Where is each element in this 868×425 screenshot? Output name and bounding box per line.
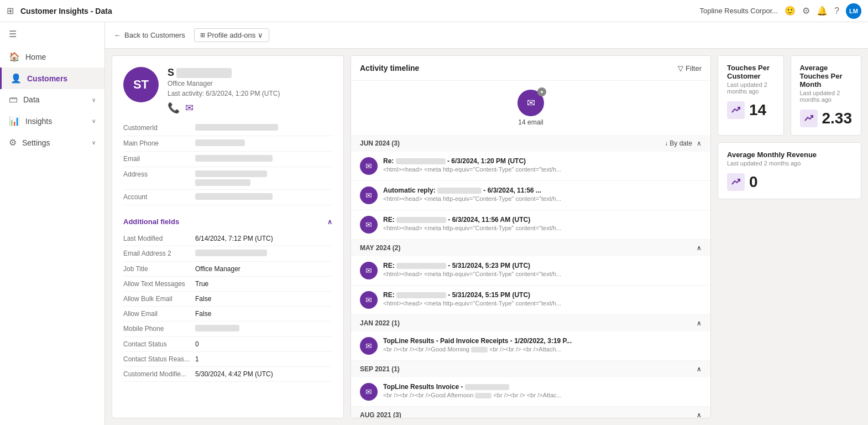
action-bar: ← Back to Customers ⊞ Profile add-ons ∨ (105, 22, 868, 49)
sidebar-label-home: Home (25, 53, 46, 61)
field-label-account: Account (123, 193, 195, 201)
field-label-jobtitle: Job Title (123, 265, 195, 273)
profile-name-blurred (176, 68, 232, 78)
timeline-item-content: RE: - 6/3/2024, 11:56 AM (UTC) <html><he… (383, 216, 702, 231)
metric-subtitle-revenue: Last updated 2 months ago (727, 160, 852, 167)
timeline-item: ✉ TopLine Results - Paid Invoice Receipt… (351, 331, 710, 361)
sidebar-item-home[interactable]: 🏠 Home (0, 46, 104, 68)
data-icon: 🗃 (9, 95, 18, 105)
help-button[interactable]: ? (834, 6, 839, 16)
timeline-item-preview: <br /><br /><br />Good Afternoon <br /><… (383, 392, 702, 398)
group-actions-jun2024: ↓ By date ∧ (665, 139, 702, 147)
back-to-customers-button[interactable]: ← Back to Customers (114, 31, 185, 39)
timeline-item-title: Re: - 6/3/2024, 1:20 PM (UTC) (383, 157, 702, 165)
sort-by-date-button[interactable]: ↓ By date (665, 139, 692, 147)
field-value-email (195, 155, 332, 163)
sidebar-label-data: Data (23, 95, 40, 104)
sidebar-item-insights[interactable]: 📊 Insights ∨ (0, 110, 104, 132)
field-label-allow-bulk-email: Allow Bulk Email (123, 295, 195, 303)
profile-addons-icon: ⊞ (200, 32, 205, 39)
email-count-badge: ● (537, 87, 546, 96)
field-last-modified: Last Modified 6/14/2024, 7:12 PM (UTC) (123, 231, 332, 246)
metric-avg-touches: Average Touches Per Month Last updated 2… (791, 55, 862, 136)
sidebar-label-insights: Insights (25, 117, 52, 126)
profile-addons-button[interactable]: ⊞ Profile add-ons ∨ (194, 28, 269, 42)
group-collapse-may-icon[interactable]: ∧ (697, 244, 702, 252)
timeline-title: Activity timeline (360, 64, 419, 72)
field-mainphone: Main Phone (123, 136, 332, 152)
timeline-item: ✉ RE: - 5/31/2024, 5:23 PM (UTC) <html><… (351, 256, 710, 286)
field-allow-email: Allow Email False (123, 307, 332, 322)
timeline-item-content: Re: - 6/3/2024, 1:20 PM (UTC) <html><hea… (383, 157, 702, 173)
group-collapse-jan-icon[interactable]: ∧ (697, 319, 702, 327)
filter-button[interactable]: ▽ Filter (678, 64, 702, 72)
insights-chevron-icon: ∨ (92, 118, 96, 124)
email-item-icon: ✉ (360, 157, 378, 175)
hamburger-menu[interactable]: ☰ (0, 22, 104, 46)
email-bubble: ✉ ● 14 email (517, 90, 544, 126)
profile-actions: 📞 ✉ (168, 102, 332, 114)
sidebar-label-settings: Settings (22, 138, 50, 147)
field-value-contact-status-reason: 1 (195, 355, 332, 363)
email-item-icon: ✉ (360, 186, 378, 204)
timeline-item-content: TopLine Results - Paid Invoice Receipts … (383, 337, 702, 353)
field-account: Account (123, 190, 332, 205)
timeline-item-title: TopLine Results Invoice - (383, 383, 702, 391)
field-label-customerid: CustomerId (123, 124, 195, 132)
sidebar-item-settings[interactable]: ⚙ Settings ∨ (0, 132, 104, 153)
field-value-address (195, 170, 332, 186)
topbar-right: Topline Results Corpor... 🙂 ⚙ 🔔 ? LM (699, 3, 861, 19)
field-value-allow-text: True (195, 280, 332, 288)
smiley-button[interactable]: 🙂 (785, 6, 796, 16)
email-icon[interactable]: ✉ (185, 102, 194, 114)
field-label-allow-text: Allow Text Messages (123, 280, 195, 288)
additional-fields-toggle[interactable]: Additional fields ∧ (112, 212, 343, 231)
timeline-item-preview: <html><head> <meta http-equiv="Content-T… (383, 166, 702, 173)
bell-icon-button[interactable]: 🔔 (817, 6, 828, 16)
metric-subtitle-touches: Last updated 2 months ago (727, 81, 775, 95)
sidebar-item-customers[interactable]: 👤 Customers (0, 68, 104, 89)
sidebar-item-data[interactable]: 🗃 Data ∨ (0, 89, 104, 110)
back-label: Back to Customers (124, 31, 185, 39)
group-label-aug2021: AUG 2021 (3) (360, 411, 401, 418)
trending-up-icon (727, 101, 745, 119)
profile-addons-label: Profile add-ons (207, 31, 255, 39)
group-collapse-aug-icon[interactable]: ∧ (697, 411, 702, 418)
timeline-item: ✉ TopLine Results Invoice - <br /><br />… (351, 377, 710, 407)
timeline-item-preview: <html><head> <meta http-equiv="Content-T… (383, 300, 702, 307)
timeline-item-preview: <br /><br /><br />Good Morning <br /><br… (383, 346, 702, 353)
timeline-item-title: RE: - 5/31/2024, 5:23 PM (UTC) (383, 262, 702, 269)
group-collapse-icon[interactable]: ∧ (697, 139, 702, 147)
field-value-contact-status: 0 (195, 340, 332, 348)
profile-fields: CustomerId Main Phone Email Address (112, 121, 343, 212)
sidebar-label-customers: Customers (27, 74, 67, 83)
timeline-item-content: Automatic reply: - 6/3/2024, 11:56 ... <… (383, 186, 702, 202)
field-email2: Email Address 2 (123, 246, 332, 262)
user-avatar[interactable]: LM (846, 3, 861, 19)
metric-title-revenue: Average Monthly Revenue (727, 151, 852, 159)
profile-avatar: ST (123, 67, 159, 102)
home-icon: 🏠 (9, 51, 20, 62)
metric-value-row-revenue: 0 (727, 173, 852, 191)
settings-icon: ⚙ (9, 137, 17, 148)
sort-label: By date (670, 139, 692, 147)
metric-avg-revenue: Average Monthly Revenue Last updated 2 m… (718, 142, 861, 199)
group-collapse-sep-icon[interactable]: ∧ (697, 365, 702, 373)
timeline-item-title: Automatic reply: - 6/3/2024, 11:56 ... (383, 186, 702, 194)
settings-icon-button[interactable]: ⚙ (802, 6, 810, 16)
metric-value-touches: 14 (749, 101, 766, 119)
data-chevron-icon: ∨ (92, 97, 96, 103)
email-item-icon: ✉ (360, 216, 378, 234)
main-content: ← Back to Customers ⊞ Profile add-ons ∨ … (105, 22, 868, 425)
topbar: ⊞ Customer Insights - Data Topline Resul… (0, 0, 868, 22)
grid-icon[interactable]: ⊞ (7, 6, 14, 16)
email-label: 14 email (518, 118, 543, 126)
phone-icon[interactable]: 📞 (168, 102, 180, 114)
timeline-header: Activity timeline ▽ Filter (351, 56, 710, 81)
email-circle-icon: ✉ ● (517, 90, 544, 116)
metrics-top-row: Touches Per Customer Last updated 2 mont… (718, 55, 861, 136)
additional-fields-chevron-icon: ∧ (327, 218, 332, 226)
timeline-panel: Activity timeline ▽ Filter ✉ ● 14 email (351, 55, 711, 418)
timeline-item-title: RE: - 5/31/2024, 5:15 PM (UTC) (383, 291, 702, 299)
timeline-item-content: TopLine Results Invoice - <br /><br /><b… (383, 383, 702, 398)
